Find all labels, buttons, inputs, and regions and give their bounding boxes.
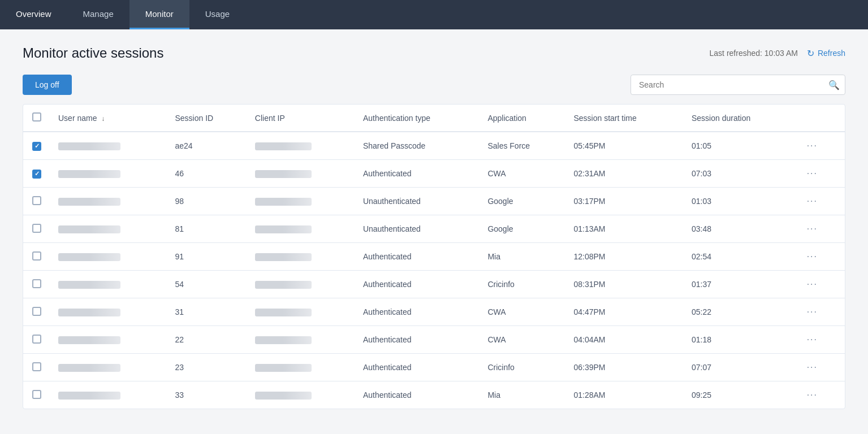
row-application-10: Mia	[481, 381, 567, 409]
row-session-start-5: 12:08PM	[567, 243, 685, 271]
row-more-button-7[interactable]: ···	[804, 306, 821, 318]
row-actions-6: ···	[797, 271, 845, 298]
row-application-1: Sales Force	[481, 132, 567, 160]
row-session-id-8: 22	[169, 326, 248, 354]
header-username[interactable]: User name ↓	[51, 105, 169, 132]
row-actions-1: ···	[797, 132, 845, 160]
row-more-button-2[interactable]: ···	[804, 167, 821, 180]
nav-item-manage[interactable]: Manage	[67, 0, 129, 29]
last-refreshed-text: Last refreshed: 10:03 AM	[710, 49, 798, 58]
row-checkbox-1[interactable]	[32, 142, 41, 151]
nav-label-overview: Overview	[16, 9, 51, 19]
row-checkbox-6[interactable]	[32, 279, 41, 288]
page-container: Monitor active sessions Last refreshed: …	[0, 29, 868, 425]
row-session-start-2: 02:31AM	[567, 160, 685, 188]
row-checkbox-2[interactable]	[32, 170, 41, 179]
row-checkbox-cell	[23, 381, 51, 409]
row-more-button-5[interactable]: ···	[804, 250, 821, 263]
select-all-checkbox[interactable]	[32, 112, 41, 121]
row-session-duration-8: 01:18	[685, 326, 797, 354]
row-username-9	[51, 354, 169, 381]
row-more-button-10[interactable]: ···	[804, 389, 821, 401]
row-checkbox-cell	[23, 160, 51, 188]
table-row: 81 Unauthenticated Google 01:13AM 03:48 …	[23, 215, 845, 243]
header-checkbox-cell	[23, 105, 51, 132]
table-row: 23 Authenticated Cricinfo 06:39PM 07:07 …	[23, 354, 845, 381]
row-client-ip-6	[248, 271, 356, 298]
header-username-label: User name	[58, 114, 97, 123]
row-actions-9: ···	[797, 354, 845, 381]
client-ip-blurred-8	[255, 336, 312, 344]
row-application-2: CWA	[481, 160, 567, 188]
row-session-start-10: 01:28AM	[567, 381, 685, 409]
row-session-start-4: 01:13AM	[567, 215, 685, 243]
row-auth-type-4: Unauthenticated	[356, 215, 481, 243]
row-session-duration-4: 03:48	[685, 215, 797, 243]
row-checkbox-8[interactable]	[32, 335, 41, 344]
row-session-start-1: 05:45PM	[567, 132, 685, 160]
row-session-duration-2: 07:03	[685, 160, 797, 188]
row-more-button-9[interactable]: ···	[804, 361, 821, 374]
row-checkbox-9[interactable]	[32, 362, 41, 371]
username-blurred-3	[58, 198, 120, 206]
search-input[interactable]	[631, 75, 845, 95]
row-client-ip-3	[248, 188, 356, 215]
header-session-start-label: Session start time	[574, 114, 637, 123]
row-more-button-6[interactable]: ···	[804, 278, 821, 290]
search-icon-button[interactable]: 🔍	[828, 80, 840, 90]
client-ip-blurred-9	[255, 364, 312, 372]
sort-icon: ↓	[101, 115, 105, 123]
row-client-ip-2	[248, 160, 356, 188]
row-session-start-3: 03:17PM	[567, 188, 685, 215]
row-checkbox-3[interactable]	[32, 196, 41, 205]
row-session-start-9: 06:39PM	[567, 354, 685, 381]
row-session-duration-3: 01:03	[685, 188, 797, 215]
row-auth-type-8: Authenticated	[356, 326, 481, 354]
row-application-4: Google	[481, 215, 567, 243]
row-actions-8: ···	[797, 326, 845, 354]
client-ip-blurred-3	[255, 198, 312, 206]
username-blurred-1	[58, 142, 120, 150]
row-more-button-1[interactable]: ···	[804, 140, 821, 152]
row-checkbox-7[interactable]	[32, 307, 41, 316]
nav-item-overview[interactable]: Overview	[0, 0, 67, 29]
row-auth-type-1: Shared Passcode	[356, 132, 481, 160]
row-session-start-8: 04:04AM	[567, 326, 685, 354]
row-checkbox-10[interactable]	[32, 390, 41, 399]
nav-item-usage[interactable]: Usage	[189, 0, 245, 29]
row-checkbox-cell	[23, 298, 51, 326]
nav-label-usage: Usage	[205, 9, 230, 19]
row-checkbox-4[interactable]	[32, 224, 41, 233]
client-ip-blurred-1	[255, 142, 312, 150]
row-more-button-8[interactable]: ···	[804, 333, 821, 346]
row-actions-5: ···	[797, 243, 845, 271]
table-row: 98 Unauthenticated Google 03:17PM 01:03 …	[23, 188, 845, 215]
client-ip-blurred-6	[255, 281, 312, 289]
search-container: 🔍	[631, 75, 845, 95]
refresh-button-label: Refresh	[818, 49, 845, 58]
row-more-button-3[interactable]: ···	[804, 195, 821, 207]
header-session-duration-label: Session duration	[692, 114, 750, 123]
log-off-button[interactable]: Log off	[23, 75, 72, 95]
row-username-4	[51, 215, 169, 243]
table-row: 33 Authenticated Mia 01:28AM 09:25 ···	[23, 381, 845, 409]
nav-item-monitor[interactable]: Monitor	[129, 0, 189, 29]
header-session-id-label: Session ID	[175, 114, 214, 123]
row-session-id-6: 54	[169, 271, 248, 298]
row-username-3	[51, 188, 169, 215]
row-actions-2: ···	[797, 160, 845, 188]
row-checkbox-cell	[23, 243, 51, 271]
row-session-start-6: 08:31PM	[567, 271, 685, 298]
refresh-button[interactable]: ↻ Refresh	[807, 48, 845, 59]
row-session-id-1: ae24	[169, 132, 248, 160]
row-session-duration-9: 07:07	[685, 354, 797, 381]
row-client-ip-7	[248, 298, 356, 326]
header-client-ip-label: Client IP	[255, 114, 285, 123]
row-actions-3: ···	[797, 188, 845, 215]
row-more-button-4[interactable]: ···	[804, 223, 821, 235]
row-session-duration-7: 05:22	[685, 298, 797, 326]
row-client-ip-4	[248, 215, 356, 243]
header-application: Application	[481, 105, 567, 132]
row-checkbox-5[interactable]	[32, 251, 41, 261]
row-application-8: CWA	[481, 326, 567, 354]
